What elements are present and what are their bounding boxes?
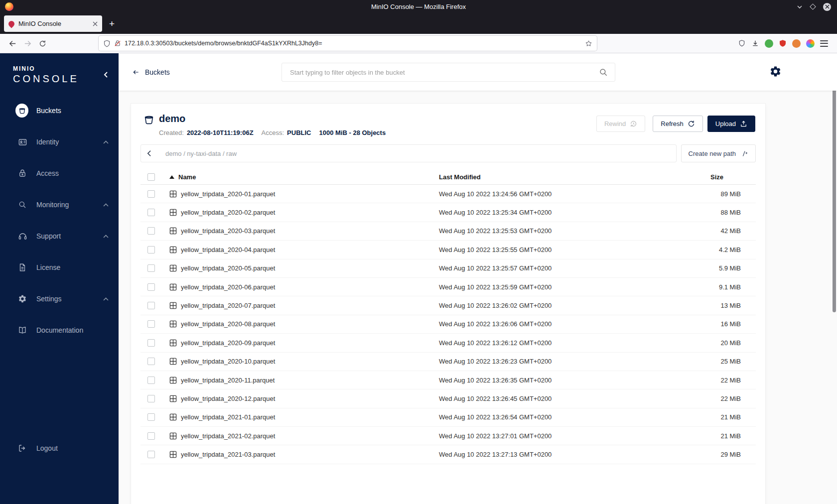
- table-row[interactable]: yellow_tripdata_2021-01.parquet Wed Aug …: [140, 408, 756, 427]
- tab-close-icon[interactable]: [93, 21, 98, 26]
- row-checkbox[interactable]: [147, 432, 155, 440]
- sidebar-item-documentation[interactable]: Documentation: [0, 318, 119, 342]
- sidebar-menu: Buckets Identity Access: [0, 99, 119, 350]
- table-row[interactable]: yellow_tripdata_2020-03.parquet Wed Aug …: [140, 222, 756, 241]
- create-new-path-button[interactable]: Create new path: [681, 144, 756, 162]
- sort-ascending-icon[interactable]: [169, 175, 174, 179]
- object-name[interactable]: yellow_tripdata_2020-09.parquet: [181, 339, 439, 347]
- menu-icon[interactable]: [820, 40, 828, 47]
- table-row[interactable]: yellow_tripdata_2020-08.parquet Wed Aug …: [140, 315, 756, 334]
- sidebar-collapse-icon[interactable]: [103, 71, 109, 78]
- row-checkbox[interactable]: [147, 209, 155, 216]
- object-name[interactable]: yellow_tripdata_2021-01.parquet: [181, 413, 439, 421]
- table-row[interactable]: yellow_tripdata_2020-11.parquet Wed Aug …: [140, 371, 756, 389]
- row-checkbox[interactable]: [147, 451, 155, 458]
- row-checkbox[interactable]: [147, 264, 155, 272]
- back-button[interactable]: [5, 36, 20, 51]
- sidebar-item-monitoring[interactable]: Monitoring: [0, 193, 119, 217]
- row-checkbox[interactable]: [147, 413, 155, 421]
- rewind-button[interactable]: Rewind: [596, 116, 645, 132]
- forward-button[interactable]: [20, 36, 35, 51]
- object-size: 9.1 MiB: [710, 283, 749, 291]
- object-modified: Wed Aug 10 2022 13:25:55 GMT+0200: [439, 246, 710, 253]
- url-text[interactable]: 172.18.0.3:30503/buckets/demo/browse/bnk…: [125, 40, 581, 47]
- object-name[interactable]: yellow_tripdata_2020-06.parquet: [181, 283, 439, 291]
- extension-shield-icon[interactable]: [738, 39, 746, 47]
- object-name[interactable]: yellow_tripdata_2020-05.parquet: [181, 264, 439, 272]
- table-row[interactable]: yellow_tripdata_2020-06.parquet Wed Aug …: [140, 278, 756, 296]
- object-name[interactable]: yellow_tripdata_2020-11.parquet: [181, 377, 439, 384]
- extension-colorful-icon[interactable]: [806, 39, 815, 48]
- sidebar-item-access[interactable]: Access: [0, 161, 119, 185]
- breadcrumb[interactable]: demo / ny-taxi-data / raw: [165, 150, 237, 157]
- table-row[interactable]: yellow_tripdata_2020-05.parquet Wed Aug …: [140, 259, 756, 278]
- object-name[interactable]: yellow_tripdata_2020-01.parquet: [181, 190, 439, 198]
- window-close-button[interactable]: [823, 3, 831, 11]
- row-checkbox[interactable]: [147, 377, 155, 384]
- object-name[interactable]: yellow_tripdata_2020-02.parquet: [181, 209, 439, 216]
- sidebar-item-identity[interactable]: Identity: [0, 130, 119, 154]
- sidebar-item-settings[interactable]: Settings: [0, 287, 119, 311]
- url-bar[interactable]: 172.18.0.3:30503/buckets/demo/browse/bnk…: [99, 36, 597, 51]
- object-filter-searchbox[interactable]: [281, 63, 615, 82]
- path-back-chevron-icon[interactable]: [147, 150, 151, 157]
- row-checkbox[interactable]: [147, 395, 155, 402]
- table-row[interactable]: yellow_tripdata_2021-02.parquet Wed Aug …: [140, 427, 756, 445]
- object-name[interactable]: yellow_tripdata_2020-12.parquet: [181, 395, 439, 402]
- sidebar-item-logout[interactable]: Logout: [0, 436, 119, 460]
- column-header-name[interactable]: Name: [178, 173, 196, 181]
- extension-green-icon[interactable]: [765, 39, 773, 48]
- object-name[interactable]: yellow_tripdata_2020-07.parquet: [181, 302, 439, 309]
- window-minimize-button[interactable]: [797, 4, 803, 10]
- row-checkbox[interactable]: [147, 302, 155, 309]
- table-row[interactable]: yellow_tripdata_2020-04.parquet Wed Aug …: [140, 241, 756, 259]
- upload-button[interactable]: Upload: [707, 116, 755, 132]
- sidebar-item-license[interactable]: License: [0, 255, 119, 279]
- reload-button[interactable]: [35, 36, 50, 51]
- sidebar-item-label: Monitoring: [36, 201, 69, 209]
- row-checkbox[interactable]: [147, 358, 155, 365]
- table-row[interactable]: yellow_tripdata_2021-03.parquet Wed Aug …: [140, 445, 756, 464]
- object-size: 4.2 MiB: [710, 246, 749, 253]
- tracking-protection-shield-icon[interactable]: [103, 40, 111, 47]
- table-row[interactable]: yellow_tripdata_2020-02.parquet Wed Aug …: [140, 203, 756, 222]
- object-modified: Wed Aug 10 2022 13:25:59 GMT+0200: [439, 283, 710, 291]
- table-row[interactable]: yellow_tripdata_2020-12.parquet Wed Aug …: [140, 389, 756, 408]
- select-all-checkbox[interactable]: [147, 173, 155, 181]
- row-checkbox[interactable]: [147, 227, 155, 235]
- object-name[interactable]: yellow_tripdata_2020-03.parquet: [181, 227, 439, 235]
- table-row[interactable]: yellow_tripdata_2020-09.parquet Wed Aug …: [140, 334, 756, 352]
- object-name[interactable]: yellow_tripdata_2020-04.parquet: [181, 246, 439, 253]
- new-tab-button[interactable]: +: [109, 19, 115, 28]
- row-checkbox[interactable]: [147, 320, 155, 328]
- column-header-size[interactable]: Size: [710, 173, 749, 181]
- browser-tab[interactable]: MinIO Console: [4, 15, 102, 32]
- downloads-icon[interactable]: [751, 39, 759, 47]
- object-name[interactable]: yellow_tripdata_2020-10.parquet: [181, 358, 439, 365]
- search-input[interactable]: [289, 68, 599, 77]
- object-name[interactable]: yellow_tripdata_2021-02.parquet: [181, 432, 439, 440]
- parquet-file-icon: [169, 190, 177, 198]
- extension-orange-icon[interactable]: [792, 39, 801, 48]
- table-row[interactable]: yellow_tripdata_2020-10.parquet Wed Aug …: [140, 353, 756, 371]
- refresh-button[interactable]: Refresh: [653, 116, 703, 132]
- window-maximize-button[interactable]: [810, 3, 816, 10]
- ublock-origin-icon[interactable]: [779, 39, 787, 47]
- row-checkbox[interactable]: [147, 339, 155, 347]
- table-row[interactable]: yellow_tripdata_2020-07.parquet Wed Aug …: [140, 296, 756, 315]
- row-checkbox[interactable]: [147, 283, 155, 291]
- sidebar-item-buckets[interactable]: Buckets: [0, 99, 119, 123]
- scrollbar-thumb[interactable]: [833, 53, 836, 312]
- bookmark-star-icon[interactable]: [585, 40, 592, 47]
- back-to-buckets-link[interactable]: Buckets: [132, 68, 170, 76]
- table-row[interactable]: yellow_tripdata_2020-01.parquet Wed Aug …: [140, 185, 756, 203]
- sidebar-item-support[interactable]: Support: [0, 224, 119, 248]
- object-name[interactable]: yellow_tripdata_2021-03.parquet: [181, 451, 439, 458]
- row-checkbox[interactable]: [147, 190, 155, 198]
- object-name[interactable]: yellow_tripdata_2020-08.parquet: [181, 320, 439, 328]
- row-checkbox[interactable]: [147, 246, 155, 253]
- column-header-modified[interactable]: Last Modified: [439, 173, 710, 181]
- console-settings-gear-icon[interactable]: [769, 65, 782, 78]
- identity-icon: [16, 137, 28, 147]
- lock-insecure-icon[interactable]: [114, 40, 121, 47]
